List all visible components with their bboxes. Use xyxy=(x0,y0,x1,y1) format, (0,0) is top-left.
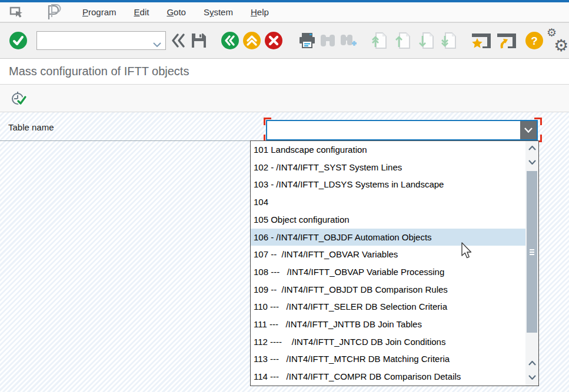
scroll-down-icon[interactable] xyxy=(525,370,538,384)
dropdown-item-107[interactable]: 107 -- /INT4/IFTT_OBVAR Variables xyxy=(251,246,525,263)
system-menu-icon[interactable] xyxy=(9,6,26,19)
menu-edit[interactable]: Edit xyxy=(134,7,149,17)
enter-icon[interactable] xyxy=(9,32,27,49)
cancel-icon[interactable] xyxy=(265,32,282,49)
scrollbar-grip-icon xyxy=(530,249,534,255)
svg-text:?: ? xyxy=(531,35,538,47)
scroll-up-icon[interactable] xyxy=(525,141,538,155)
dropdown-item-109[interactable]: 109 -- /INT4/IFTT_OBJDT DB Comparison Ru… xyxy=(251,281,525,299)
title-bar: Mass configuration of IFTT objects xyxy=(0,59,569,85)
scroll-up-icon[interactable] xyxy=(525,356,538,370)
command-input[interactable] xyxy=(37,32,154,49)
page-title: Mass configuration of IFTT objects xyxy=(9,65,189,78)
save-icon[interactable] xyxy=(191,32,207,49)
focus-bracket xyxy=(534,118,542,125)
execute-icon[interactable] xyxy=(11,90,27,106)
hide-command-bar-icon[interactable] xyxy=(171,33,186,48)
dropdown-item-106[interactable]: 106 - /INT4/IFTT_OBJDF Automation Object… xyxy=(251,229,525,246)
dropdown-scrollbar[interactable] xyxy=(525,141,538,386)
find-icon[interactable] xyxy=(319,32,337,49)
exit-icon[interactable] xyxy=(243,32,261,49)
dropdown-item-112[interactable]: 112 ---- /INT4/IFTT_JNTCD DB Join Condit… xyxy=(251,333,525,351)
dropdown-item-103[interactable]: 103 - /INT4/IFTT_LDSYS Systems in Landsc… xyxy=(251,176,525,193)
dropdown-item-111[interactable]: 111 --- /INT4/IFTT_JNTTB DB Join Tables xyxy=(251,316,525,333)
menu-help[interactable]: Help xyxy=(251,7,269,17)
menu-system[interactable]: System xyxy=(204,7,233,17)
dropdown-item-113[interactable]: 113 --- /INT4/IFTT_MTCHR DB Matching Cri… xyxy=(251,350,525,368)
find-next-icon[interactable] xyxy=(339,32,357,49)
dropdown-item-102[interactable]: 102 - /INT4/IFTT_SYST System Lines xyxy=(251,159,525,176)
dropdown-item-104[interactable]: 104 xyxy=(251,193,525,211)
dropdown-list: 101 Landscape configuration102 - /INT4/I… xyxy=(251,141,525,386)
focus-bracket xyxy=(264,118,271,125)
print-icon[interactable] xyxy=(298,32,317,49)
new-session-icon[interactable] xyxy=(471,31,492,50)
menu-program[interactable]: Program xyxy=(82,7,117,17)
back-icon[interactable] xyxy=(221,32,239,49)
help-icon[interactable]: ? xyxy=(525,32,543,49)
table-name-combobox[interactable] xyxy=(266,120,538,140)
main-content: Table name 101 Landscape configuration10… xyxy=(0,112,569,392)
menu-goto[interactable]: Goto xyxy=(167,7,186,17)
create-shortcut-icon[interactable] xyxy=(496,31,517,50)
sap-screen-icon[interactable] xyxy=(44,3,64,22)
system-toolbar: ? ⚙ ⚙ xyxy=(0,23,569,59)
application-toolbar xyxy=(0,85,569,112)
form-row-divider xyxy=(0,140,250,141)
next-page-icon[interactable] xyxy=(419,32,434,49)
scrollbar-thumb[interactable] xyxy=(527,171,537,333)
customize-layout-icon[interactable]: ⚙ ⚙ xyxy=(547,31,567,51)
previous-page-icon[interactable] xyxy=(395,32,411,49)
command-field[interactable] xyxy=(36,31,166,50)
table-name-input[interactable] xyxy=(267,121,514,139)
menu-items: ProgramEditGotoSystemHelp xyxy=(82,7,269,17)
chevron-down-icon[interactable] xyxy=(153,39,161,49)
dropdown-item-101[interactable]: 101 Landscape configuration xyxy=(251,141,525,159)
dropdown-item-108[interactable]: 108 --- /INT4/IFTT_OBVAP Variable Proces… xyxy=(251,263,525,281)
dropdown-item-114[interactable]: 114 --- /INT4/IFTT_COMPR DB Comparison D… xyxy=(251,368,525,386)
last-page-icon[interactable] xyxy=(441,32,457,49)
scroll-down-icon[interactable] xyxy=(525,155,538,169)
dropdown-item-105[interactable]: 105 Object configuration xyxy=(251,211,525,229)
table-name-label: Table name xyxy=(8,122,54,132)
first-page-icon[interactable] xyxy=(372,32,387,49)
dropdown-panel: 101 Landscape configuration102 - /INT4/I… xyxy=(250,140,539,386)
dropdown-item-110[interactable]: 110 --- /INT4/IFTT_SELER DB Selection Cr… xyxy=(251,298,525,316)
menu-bar: ProgramEditGotoSystemHelp xyxy=(0,2,569,23)
